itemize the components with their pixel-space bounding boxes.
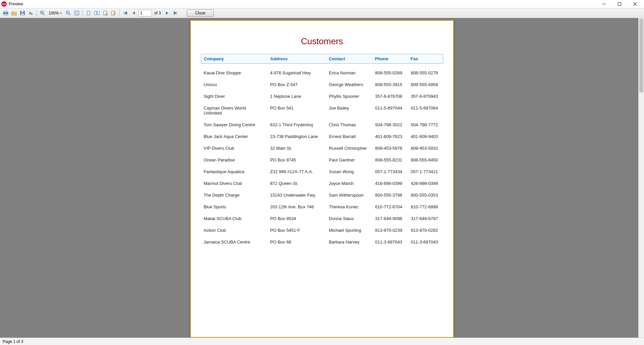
chevron-down-icon: ▼ xyxy=(60,12,62,15)
cell-phone: 808-555-0269 xyxy=(372,67,408,79)
open-button[interactable] xyxy=(10,9,18,17)
minimize-button[interactable] xyxy=(596,0,612,8)
report-page: Customers Company Address Contact Phone … xyxy=(190,20,454,338)
cell-fax: 317-649-6787 xyxy=(408,213,443,224)
table-row: The Depth Charge15243 Underwater Fwy.Sam… xyxy=(201,189,443,201)
cell-company: The Depth Charge xyxy=(201,189,267,201)
cell-company: Cayman Divers World Unlimited xyxy=(201,102,267,119)
cell-company: Ocean Paradise xyxy=(201,154,267,166)
prev-page-button[interactable] xyxy=(130,9,138,17)
vertical-scrollbar[interactable] xyxy=(638,18,644,338)
cell-fax: 011-3-697043 xyxy=(408,236,443,248)
save-button[interactable] xyxy=(19,9,26,17)
table-row: Jamaica SCUBA CentrePO Box 68Barbara Har… xyxy=(201,236,443,248)
cell-fax: 813-870-0282 xyxy=(408,224,443,236)
single-page-button[interactable] xyxy=(85,9,92,17)
svg-point-16 xyxy=(105,13,107,15)
cell-company: Blue Sports xyxy=(201,201,267,213)
cell-company: Sight Diver xyxy=(201,90,267,102)
zoom-level-select[interactable]: 100% ▼ xyxy=(47,9,64,17)
col-header-contact: Contact xyxy=(326,54,372,64)
column-header-band: Company Address Contact Phone Fax xyxy=(201,54,443,64)
cell-company: Kauai Dive Shoppe xyxy=(201,67,267,79)
close-preview-button[interactable]: Close xyxy=(187,9,214,17)
page-setup-button[interactable] xyxy=(102,9,109,17)
table-row: Blue Sports203 12th Ave. Box 746Theresa … xyxy=(201,201,443,213)
cell-phone: 357-6-876708 xyxy=(372,90,408,102)
table-row: Ocean ParadisePO Box 8745Paul Gardner808… xyxy=(201,154,443,166)
page-total-label: of 3 xyxy=(153,11,162,15)
cell-contact: Donna Siaus xyxy=(326,213,373,224)
cell-contact: Russell Christopher xyxy=(326,142,373,154)
cell-contact: Barbara Harvey xyxy=(326,236,373,248)
cell-fax: 011-5-697064 xyxy=(408,102,443,119)
cell-fax: 057-1-773421 xyxy=(408,166,443,178)
col-header-fax: Fax xyxy=(408,54,443,64)
cell-fax: 809-555-4958 xyxy=(408,79,443,90)
svg-rect-11 xyxy=(75,11,79,15)
cell-phone: 809-555-3915 xyxy=(372,79,408,90)
svg-rect-5 xyxy=(21,11,23,12)
cell-fax: 808-555-0278 xyxy=(408,67,443,79)
preview-viewport[interactable]: Customers Company Address Contact Phone … xyxy=(0,18,644,338)
maximize-button[interactable] xyxy=(612,0,627,8)
cell-fax: 610-772-6898 xyxy=(408,201,443,213)
cell-address: 15243 Underwater Fwy. xyxy=(267,189,326,201)
cell-address: PO Box 8745 xyxy=(267,154,326,166)
cell-company: VIP Divers Club xyxy=(201,142,267,154)
svg-rect-13 xyxy=(95,11,97,15)
col-header-address: Address xyxy=(267,54,326,64)
cell-phone: 813-870-0239 xyxy=(372,224,408,236)
toolbar: AA 100% ▼ of 3 Close xyxy=(0,8,644,18)
cell-fax: 800-555-0353 xyxy=(408,189,443,201)
cell-contact: Ernest Barratt xyxy=(326,131,373,142)
edit-button[interactable] xyxy=(110,9,117,17)
cell-fax: 426-698-0399 xyxy=(408,178,443,189)
table-row: VIP Divers Club32 Main St.Russell Christ… xyxy=(201,142,443,154)
print-button[interactable] xyxy=(2,9,9,17)
cell-phone: 011-5-697044 xyxy=(372,102,408,119)
fit-page-button[interactable] xyxy=(73,9,80,17)
next-page-button[interactable] xyxy=(163,9,171,17)
table-row: Kauai Dive Shoppe4-976 Sugarloaf HwyEric… xyxy=(201,67,443,79)
svg-rect-3 xyxy=(4,14,7,15)
cell-address: PO Box 541 xyxy=(267,102,326,119)
cell-contact: Phyllis Spooner xyxy=(326,90,373,102)
svg-rect-12 xyxy=(87,11,90,15)
cell-address: 632-1 Third Frydenhoj xyxy=(267,119,326,131)
cell-contact: Chris Thomas xyxy=(326,119,373,131)
last-page-button[interactable] xyxy=(172,9,179,17)
zoom-in-button[interactable] xyxy=(39,9,46,17)
cell-contact: Sam Witherspoon xyxy=(326,189,373,201)
first-page-button[interactable] xyxy=(122,9,129,17)
zoom-out-button[interactable] xyxy=(65,9,72,17)
cell-address: 32 Main St. xyxy=(267,142,326,154)
close-window-button[interactable] xyxy=(627,0,643,8)
zoom-level-label: 100% xyxy=(49,11,59,15)
cell-contact: Joe Bailey xyxy=(326,102,373,119)
current-page-input[interactable] xyxy=(139,10,152,16)
title-bar: DX Preview xyxy=(0,0,644,8)
toolbar-separator xyxy=(119,10,120,16)
cell-company: Makai SCUBA Club xyxy=(201,213,267,224)
cell-contact: Michael Spurling xyxy=(326,224,373,236)
cell-phone: 317-649-9098 xyxy=(372,213,408,224)
cell-fax: 808-555-8450 xyxy=(408,154,443,166)
report-rows: Kauai Dive Shoppe4-976 Sugarloaf HwyEric… xyxy=(201,67,443,248)
svg-rect-0 xyxy=(618,3,621,6)
find-button[interactable]: AA xyxy=(27,9,35,17)
table-row: UniscoPO Box Z-547George Weathers809-555… xyxy=(201,79,443,90)
cell-address: 203 12th Ave. Box 746 xyxy=(267,201,326,213)
table-row: Tom Sawyer Diving Centre632-1 Third Fryd… xyxy=(201,119,443,131)
cell-company: Tom Sawyer Diving Centre xyxy=(201,119,267,131)
status-bar: Page 1 of 3 xyxy=(0,338,644,345)
cell-phone: 416-698-0399 xyxy=(372,178,408,189)
table-row: Fantastique AquaticaZ32 999 #12A-77 A.A.… xyxy=(201,166,443,178)
table-row: Action ClubPO Box 5451-FMichael Spurling… xyxy=(201,224,443,236)
two-page-button[interactable] xyxy=(93,9,101,17)
cell-phone: 809-453-5976 xyxy=(372,142,408,154)
cell-address: 872 Queen St. xyxy=(267,178,326,189)
scroll-thumb[interactable] xyxy=(639,19,643,92)
svg-text:A: A xyxy=(31,12,33,15)
status-page-label: Page 1 of 3 xyxy=(3,339,23,344)
